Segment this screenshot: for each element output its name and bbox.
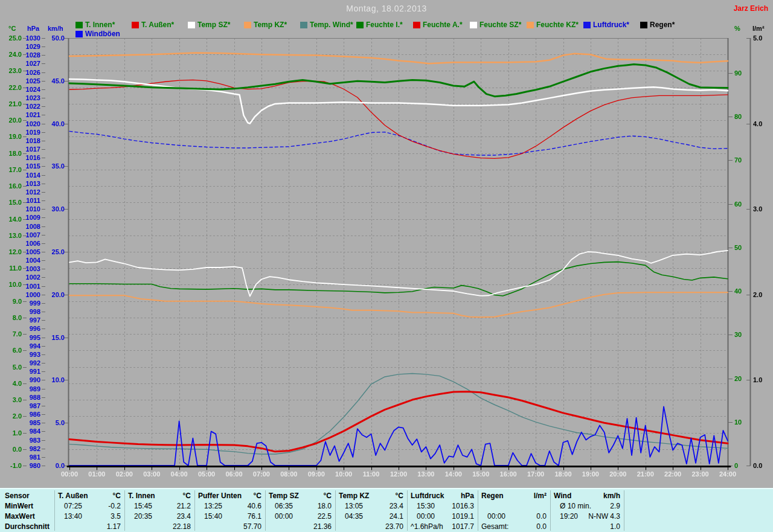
celsius-tick-label: 15.0: [2, 199, 22, 206]
percent-tick-label: 60: [734, 201, 750, 208]
avg-value: 0.0: [479, 522, 547, 531]
percent-tick-label: 0: [734, 463, 750, 469]
legend-swatch-icon: [75, 31, 83, 37]
table-row-label: MinWert: [5, 502, 33, 510]
x-tick-label: 23:00: [687, 471, 714, 478]
kmh-tick-label: 25.0: [46, 249, 65, 255]
legend-swatch-icon: [527, 22, 534, 28]
hpa-tick-label: 989: [22, 386, 40, 393]
celsius-tick-label: 1.0: [2, 430, 22, 437]
hpa-tick-label: 1022: [22, 103, 40, 110]
percent-tick-label: 90: [734, 70, 750, 77]
x-tick-label: 17:00: [522, 471, 549, 478]
max-value: 24.1: [336, 512, 403, 521]
percent-tick-label: 80: [734, 114, 750, 120]
kmh-tick-label: 45.0: [46, 78, 65, 85]
x-tick-label: 03:00: [138, 471, 165, 478]
table-column-separator: [478, 490, 478, 531]
hpa-tick-label: 986: [22, 411, 40, 418]
celsius-tick-label: 13.0: [2, 232, 22, 239]
max-value: 76.1: [196, 512, 261, 521]
avg-value: 57.70: [196, 522, 261, 531]
hpa-tick-label: 1020: [22, 121, 40, 127]
hpa-tick-label: 985: [22, 420, 40, 426]
x-tick-label: 10:00: [330, 471, 357, 478]
min-value: 21.2: [126, 502, 191, 510]
hpa-tick-label: 1000: [22, 292, 40, 298]
celsius-tick-label: 4.0: [2, 380, 22, 387]
sensor-unit: °C: [56, 492, 121, 500]
hpa-tick-label: 981: [22, 454, 40, 461]
celsius-tick-label: 11.0: [2, 265, 22, 272]
hpa-tick-label: 1006: [22, 240, 40, 247]
statistics-table: SensorMinWertMaxWertDurchschnittT. Außen…: [0, 488, 773, 532]
lm2-tick-label: 3.0: [753, 206, 770, 213]
celsius-tick-label: 23.0: [2, 68, 22, 74]
hpa-tick-label: 1029: [22, 43, 40, 50]
celsius-tick-label: 18.0: [2, 150, 22, 157]
legend-item-label: T. Innen*: [85, 21, 115, 29]
hpa-tick-label: 991: [22, 368, 40, 375]
hpa-tick-label: 1030: [22, 35, 40, 42]
celsius-tick-label: 22.0: [2, 85, 22, 91]
legend-item-label: Temp. Wind*: [310, 21, 353, 29]
kmh-tick-label: 50.0: [46, 35, 65, 42]
celsius-axis-unit: °C: [8, 25, 16, 32]
hpa-tick-label: 1013: [22, 181, 40, 187]
hpa-tick-label: 1027: [22, 60, 40, 67]
legend-swatch-icon: [640, 22, 647, 28]
hpa-tick-label: 988: [22, 394, 40, 401]
x-tick-label: 01:00: [83, 471, 110, 478]
legend-item-label: Regen*: [650, 21, 675, 29]
legend-item-label: Luftdruck*: [593, 21, 629, 29]
hpa-tick-label: 984: [22, 428, 40, 435]
legend-swatch-icon: [132, 22, 139, 28]
x-tick-label: 18:00: [550, 471, 577, 478]
legend-swatch-icon: [188, 22, 195, 28]
kmh-axis-unit: km/h: [48, 25, 63, 32]
min-value: 1016.3: [408, 502, 474, 510]
hpa-tick-label: 1014: [22, 172, 40, 179]
celsius-tick-label: 12.0: [2, 249, 22, 255]
celsius-tick-label: 6.0: [2, 347, 22, 354]
legend-item-label: Temp SZ*: [197, 21, 230, 29]
table-column-separator: [194, 490, 195, 531]
kmh-tick-label: 35.0: [46, 163, 65, 170]
celsius-tick-label: 8.0: [2, 315, 22, 321]
sensor-unit: km/h: [551, 492, 620, 500]
celsius-tick-label: 16.0: [2, 183, 22, 190]
celsius-tick-label: 14.0: [2, 216, 22, 223]
hpa-tick-label: 1019: [22, 129, 40, 136]
table-column-separator: [550, 490, 551, 531]
table-row-label: Durchschnitt: [5, 522, 50, 531]
avg-value: 23.70: [336, 522, 403, 531]
min-value: 2.9: [551, 502, 620, 510]
table-row-label: Sensor: [5, 492, 30, 500]
avg-value: 1.0: [551, 522, 620, 531]
sensor-unit: hPa: [408, 492, 474, 500]
kmh-tick-label: 0.0: [46, 463, 65, 469]
hpa-tick-label: 1002: [22, 274, 40, 281]
hpa-tick-label: 994: [22, 343, 40, 350]
celsius-tick-label: 24.0: [2, 51, 22, 58]
hpa-tick-label: 1028: [22, 52, 40, 59]
percent-tick-label: 40: [734, 288, 750, 295]
hpa-tick-label: 1003: [22, 266, 40, 272]
hpa-tick-label: 999: [22, 300, 40, 307]
hpa-tick-label: 998: [22, 309, 40, 315]
x-tick-label: 20:00: [605, 471, 631, 478]
x-tick-label: 00:00: [56, 471, 83, 478]
kmh-tick-label: 15.0: [46, 335, 65, 341]
hpa-tick-label: 982: [22, 446, 40, 452]
avg-value: 1.17: [56, 522, 121, 531]
hpa-tick-label: 990: [22, 377, 40, 383]
hpa-tick-label: 1010: [22, 206, 40, 213]
legend-item-label: Windböen: [85, 30, 120, 38]
legend-swatch-icon: [413, 22, 420, 28]
table-column-separator: [124, 490, 125, 531]
x-tick-label: 08:00: [275, 471, 302, 478]
weather-app-window: { "header": { "title": "Montag, 18.02.20…: [0, 0, 773, 532]
x-tick-label: 05:00: [193, 471, 220, 478]
max-value: 0.0: [479, 512, 547, 521]
x-tick-label: 21:00: [632, 471, 659, 478]
